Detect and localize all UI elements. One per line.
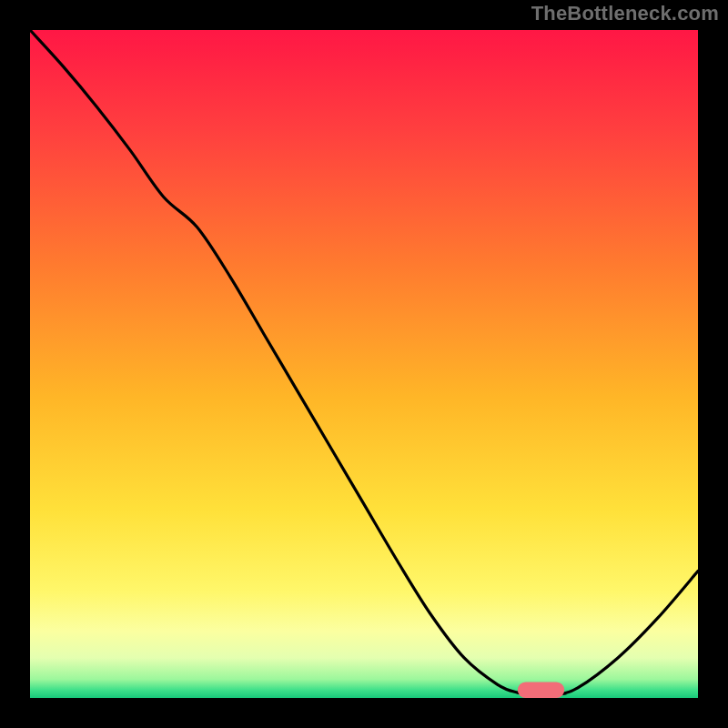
chart-svg	[30, 30, 698, 698]
gradient-background	[30, 30, 698, 698]
plot-area	[30, 30, 698, 698]
watermark-text: TheBottleneck.com	[531, 2, 719, 25]
chart-stage: TheBottleneck.com	[0, 0, 728, 728]
highlight-marker	[518, 682, 564, 698]
